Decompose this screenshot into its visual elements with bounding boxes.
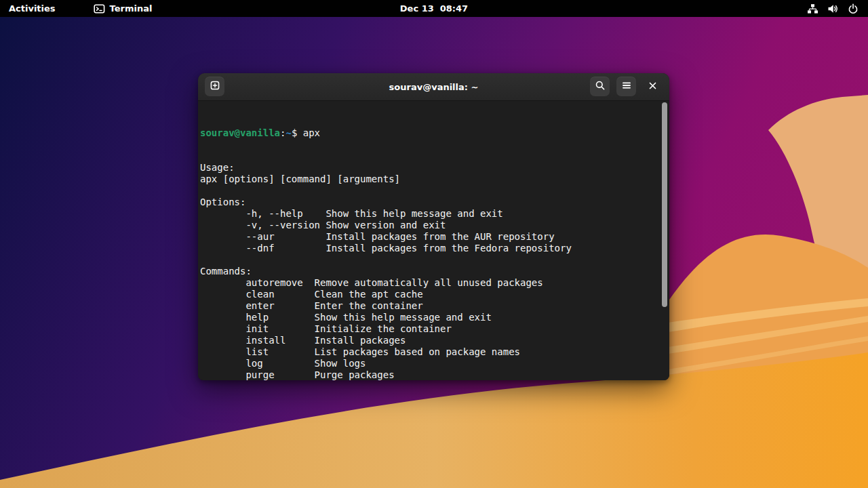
prompt-user-host: sourav@vanilla bbox=[200, 127, 280, 138]
terminal-icon bbox=[94, 3, 105, 14]
prompt-command: $ apx bbox=[292, 127, 320, 138]
terminal-window: sourav@vanilla: ~ bbox=[198, 73, 669, 380]
terminal-output-line: install Install packages bbox=[200, 335, 658, 346]
app-indicator-label: Terminal bbox=[110, 3, 153, 14]
terminal-output-line: -h, --help Show this help message and ex… bbox=[200, 208, 658, 220]
search-button[interactable] bbox=[590, 77, 610, 96]
search-icon bbox=[595, 80, 606, 94]
terminal-output-line: init Initialize the container bbox=[200, 323, 658, 335]
terminal-output-line: log Show logs bbox=[200, 358, 658, 369]
close-icon bbox=[648, 80, 657, 93]
terminal-output: Usage: apx [options] [command] [argument… bbox=[200, 162, 658, 380]
terminal-prompt-line: sourav@vanilla:~$ apx bbox=[200, 127, 658, 139]
app-indicator-terminal[interactable]: Terminal bbox=[94, 0, 153, 17]
titlebar[interactable]: sourav@vanilla: ~ bbox=[198, 73, 669, 101]
volume-icon bbox=[827, 3, 839, 14]
new-tab-button[interactable] bbox=[205, 77, 224, 96]
terminal-screen: sourav@vanilla:~$ apx Usage: apx [option… bbox=[200, 104, 658, 380]
terminal-output-line: clean Clean the apt cache bbox=[200, 289, 658, 300]
terminal-output-line: apx [options] [command] [arguments] bbox=[200, 174, 658, 185]
terminal-output-line: autoremove Remove automatically all unus… bbox=[200, 277, 658, 289]
clock-time: 08:47 bbox=[440, 3, 468, 14]
scrollbar-thumb[interactable] bbox=[662, 102, 667, 307]
prompt-path: ~ bbox=[285, 127, 291, 138]
terminal-output-line bbox=[200, 185, 658, 197]
terminal-output-line: Usage: bbox=[200, 162, 658, 174]
system-tray[interactable] bbox=[807, 0, 868, 17]
power-icon bbox=[848, 3, 859, 14]
terminal-output-line bbox=[200, 254, 658, 266]
top-bar: Activities Terminal Dec 13 08:47 bbox=[0, 0, 868, 17]
activities-label: Activities bbox=[9, 3, 56, 14]
terminal-output-line: enter Enter the container bbox=[200, 300, 658, 312]
terminal-output-line: list List packages based on package name… bbox=[200, 346, 658, 358]
terminal-output-line: Options: bbox=[200, 197, 658, 208]
terminal-output-line: Commands: bbox=[200, 266, 658, 277]
titlebar-controls bbox=[590, 77, 663, 96]
terminal-output-line: --dnf Install packages from the Fedora r… bbox=[200, 243, 658, 254]
new-tab-icon bbox=[210, 80, 220, 94]
terminal-output-line: help Show this help message and exit bbox=[200, 312, 658, 323]
terminal-output-line: --aur Install packages from the AUR repo… bbox=[200, 231, 658, 243]
network-wired-icon bbox=[807, 3, 818, 14]
activities-button[interactable]: Activities bbox=[0, 0, 65, 17]
terminal-output-line: purge Purge packages bbox=[200, 369, 658, 380]
terminal-content[interactable]: sourav@vanilla:~$ apx Usage: apx [option… bbox=[198, 101, 669, 380]
terminal-output-line: -v, --version Show version and exit bbox=[200, 220, 658, 231]
menu-button[interactable] bbox=[616, 77, 636, 96]
menu-icon bbox=[621, 80, 632, 94]
clock-date: Dec 13 bbox=[400, 3, 434, 14]
clock[interactable]: Dec 13 08:47 bbox=[387, 0, 481, 17]
close-button[interactable] bbox=[643, 77, 663, 96]
